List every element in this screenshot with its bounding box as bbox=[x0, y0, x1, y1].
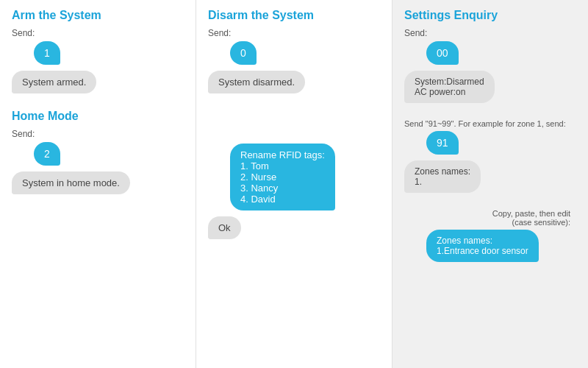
rename-section: Rename RFID tags: 1. Tom 2. Nurse 3. Nan… bbox=[208, 144, 380, 245]
disarm-sent-row: 0 bbox=[208, 41, 380, 71]
home-title: Home Mode bbox=[12, 110, 184, 123]
disarm-received-bubble: System disarmed. bbox=[208, 71, 305, 93]
settings-copy-section: Copy, paste, then edit (case sensitive):… bbox=[404, 209, 576, 268]
copy-sent-bubble: Zones names: 1.Entrance door sensor bbox=[426, 230, 539, 262]
home-sent-row: 2 bbox=[12, 142, 184, 171]
zone-sent-bubble: 91 bbox=[426, 131, 459, 155]
settings-title: Settings Enquiry bbox=[404, 9, 576, 22]
arm-received-bubble: System armed. bbox=[12, 71, 96, 93]
disarm-column: Disarm the System Send: 0 System disarme… bbox=[196, 0, 392, 368]
settings-received-bubble: System:Disarmed AC power:on bbox=[404, 71, 495, 103]
arm-send-label: Send: bbox=[12, 28, 184, 38]
copy-sent-row: Zones names: 1.Entrance door sensor bbox=[404, 230, 576, 268]
arm-section: Arm the System Send: 1 System armed. bbox=[12, 9, 184, 99]
home-send-label: Send: bbox=[12, 129, 184, 139]
settings-received-row: System:Disarmed AC power:on bbox=[404, 71, 576, 109]
settings-column: Settings Enquiry Send: 00 System:Disarme… bbox=[392, 0, 588, 368]
arm-received-row: System armed. bbox=[12, 71, 184, 99]
disarm-send-label: Send: bbox=[208, 28, 380, 38]
home-sent-bubble: 2 bbox=[34, 142, 60, 166]
arm-sent-row: 1 bbox=[12, 41, 184, 71]
settings-sent-row: 00 bbox=[404, 41, 576, 71]
rename-sent-bubble: Rename RFID tags: 1. Tom 2. Nurse 3. Nan… bbox=[230, 144, 335, 210]
disarm-section: Disarm the System Send: 0 System disarme… bbox=[208, 9, 380, 99]
zone-received-row: Zones names: 1. bbox=[404, 160, 576, 199]
arm-sent-bubble: 1 bbox=[34, 41, 60, 65]
zone-received-bubble: Zones names: 1. bbox=[404, 160, 481, 193]
arm-title: Arm the System bbox=[12, 9, 184, 22]
settings-00-section: Send: 00 System:Disarmed AC power:on bbox=[404, 28, 576, 109]
ok-received-row: Ok bbox=[208, 216, 380, 245]
arm-column: Arm the System Send: 1 System armed. Hom… bbox=[0, 0, 196, 368]
disarm-received-row: System disarmed. bbox=[208, 71, 380, 99]
zone-sent-row: 91 bbox=[404, 131, 576, 160]
settings-send-label: Send: bbox=[404, 28, 576, 38]
home-received-bubble: System in home mode. bbox=[12, 171, 130, 194]
home-section: Home Mode Send: 2 System in home mode. bbox=[12, 110, 184, 200]
rename-sent-row: Rename RFID tags: 1. Tom 2. Nurse 3. Nan… bbox=[208, 144, 380, 216]
disarm-sent-bubble: 0 bbox=[230, 41, 257, 65]
copy-note: Copy, paste, then edit (case sensitive): bbox=[404, 209, 576, 227]
home-received-row: System in home mode. bbox=[12, 171, 184, 200]
ok-received-bubble: Ok bbox=[208, 216, 241, 239]
settings-sent-bubble: 00 bbox=[426, 41, 459, 65]
zone-note: Send "91~99". For example for zone 1, se… bbox=[404, 119, 576, 128]
settings-zone-section: Send "91~99". For example for zone 1, se… bbox=[404, 119, 576, 199]
disarm-title: Disarm the System bbox=[208, 9, 380, 22]
